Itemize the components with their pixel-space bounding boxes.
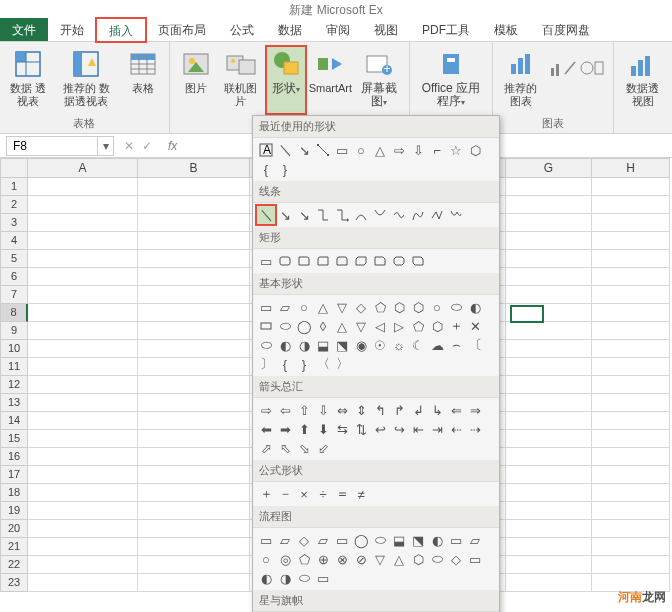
shape-curve-3[interactable]	[390, 206, 408, 224]
tab-formula[interactable]: 公式	[218, 18, 266, 41]
shape-basic-shapes-37[interactable]: {	[276, 355, 294, 373]
cell[interactable]	[592, 430, 670, 448]
shape-flowchart-shapes-23[interactable]: ▭	[466, 550, 484, 568]
shape-basic-shapes-20[interactable]: ⬠	[409, 317, 427, 335]
cell[interactable]	[138, 466, 250, 484]
row-header[interactable]: 23	[0, 574, 28, 592]
shape-r5[interactable]	[333, 252, 351, 270]
shape-basic-shapes-29[interactable]: ◉	[352, 336, 370, 354]
cell[interactable]	[138, 394, 250, 412]
cell[interactable]	[28, 358, 138, 376]
shape-arrow-shapes-18[interactable]: ↩	[371, 420, 389, 438]
cell[interactable]	[138, 322, 250, 340]
cell[interactable]	[506, 340, 592, 358]
cancel-icon[interactable]: ✕	[124, 139, 134, 153]
tab-home[interactable]: 开始	[48, 18, 96, 41]
cell[interactable]	[506, 358, 592, 376]
cell[interactable]	[506, 412, 592, 430]
cell[interactable]	[592, 250, 670, 268]
cell[interactable]	[506, 430, 592, 448]
shape-arrow-shapes-24[interactable]: ⬀	[257, 439, 275, 457]
tab-layout[interactable]: 页面布局	[146, 18, 218, 41]
shape-basic-shapes-25[interactable]: ◐	[276, 336, 294, 354]
tab-insert[interactable]: 插入	[96, 18, 146, 42]
shape-basic-shapes-22[interactable]: ＋	[447, 317, 465, 335]
shape-line-basic[interactable]: ＼	[257, 206, 275, 224]
rec-charts-button[interactable]: 推荐的 图表	[499, 46, 543, 114]
shape-rect[interactable]: ▭	[333, 141, 351, 159]
shape-arrow-shapes-26[interactable]: ⬂	[295, 439, 313, 457]
shape-arrow-shapes-15[interactable]: ⬇	[314, 420, 332, 438]
shape-basic-shapes-24[interactable]: ⬭	[257, 336, 275, 354]
shape-r7[interactable]	[371, 252, 389, 270]
shape-flowchart-shapes-15[interactable]: ⊕	[314, 550, 332, 568]
tab-data[interactable]: 数据	[266, 18, 314, 41]
shape-basic-shapes-15[interactable]: ◊	[314, 317, 332, 335]
shape-r6[interactable]	[352, 252, 370, 270]
shape-flowchart-shapes-13[interactable]: ◎	[276, 550, 294, 568]
shape-basic-shapes-3[interactable]: △	[314, 298, 332, 316]
shape-flowchart-shapes-16[interactable]: ⊗	[333, 550, 351, 568]
cell[interactable]	[138, 214, 250, 232]
cell[interactable]	[506, 232, 592, 250]
col-header-G[interactable]: G	[506, 158, 592, 178]
screenshot-button[interactable]: + 屏幕截图▾	[355, 46, 403, 114]
tab-review[interactable]: 审阅	[314, 18, 362, 41]
cell[interactable]	[138, 556, 250, 574]
shape-arrow-shapes-14[interactable]: ⬆	[295, 420, 313, 438]
shape-arrow-shapes-8[interactable]: ↲	[409, 401, 427, 419]
shape-divide[interactable]: ÷	[314, 485, 332, 503]
cell[interactable]	[592, 268, 670, 286]
shape-basic-shapes-33[interactable]: ☁	[428, 336, 446, 354]
shape-flowchart-shapes-21[interactable]: ⬭	[428, 550, 446, 568]
cell[interactable]	[592, 178, 670, 196]
cell[interactable]	[28, 376, 138, 394]
shape-flowchart-shapes-10[interactable]: ▭	[447, 531, 465, 549]
recommended-pivot-button[interactable]: 推荐的 数据透视表	[54, 46, 119, 114]
shape-basic-shapes-0[interactable]: ▭	[257, 298, 275, 316]
cell[interactable]	[138, 286, 250, 304]
shape-basic-shapes-9[interactable]: ○	[428, 298, 446, 316]
cell[interactable]	[506, 196, 592, 214]
cell[interactable]	[592, 322, 670, 340]
fx-icon[interactable]: fx	[162, 139, 183, 153]
row-header[interactable]: 9	[0, 322, 28, 340]
shape-flowchart-shapes-5[interactable]: ◯	[352, 531, 370, 549]
row-header[interactable]: 3	[0, 214, 28, 232]
cell[interactable]	[506, 394, 592, 412]
shape-multiply[interactable]: ×	[295, 485, 313, 503]
cell[interactable]	[28, 430, 138, 448]
shape-basic-shapes-7[interactable]: ⬡	[390, 298, 408, 316]
cell[interactable]	[138, 538, 250, 556]
shape-basic-shapes-8[interactable]: ⬡	[409, 298, 427, 316]
cell[interactable]	[506, 376, 592, 394]
tab-pdf[interactable]: PDF工具	[410, 18, 482, 41]
tab-file[interactable]: 文件	[0, 18, 48, 41]
enter-icon[interactable]: ✓	[142, 139, 152, 153]
cell[interactable]	[28, 196, 138, 214]
cell[interactable]	[592, 538, 670, 556]
shape-arrow-shapes-21[interactable]: ⇥	[428, 420, 446, 438]
shape-flowchart-shapes-14[interactable]: ⬠	[295, 550, 313, 568]
cell[interactable]	[138, 430, 250, 448]
tab-template[interactable]: 模板	[482, 18, 530, 41]
cell[interactable]	[28, 268, 138, 286]
cell[interactable]	[592, 214, 670, 232]
shape-arrow-shapes-6[interactable]: ↰	[371, 401, 389, 419]
cell[interactable]	[138, 178, 250, 196]
cell[interactable]	[506, 520, 592, 538]
name-box[interactable]: F8	[6, 136, 98, 156]
shape-r8[interactable]	[390, 252, 408, 270]
row-header[interactable]: 2	[0, 196, 28, 214]
shape-r4[interactable]	[314, 252, 332, 270]
cell[interactable]	[592, 502, 670, 520]
shape-minus[interactable]: －	[276, 485, 294, 503]
shape-arrow-shapes-7[interactable]: ↱	[390, 401, 408, 419]
shape-flowchart-shapes-22[interactable]: ◇	[447, 550, 465, 568]
shape-basic-shapes-31[interactable]: ☼	[390, 336, 408, 354]
cell[interactable]	[138, 358, 250, 376]
cell[interactable]	[506, 538, 592, 556]
shape-basic-shapes-1[interactable]: ▱	[276, 298, 294, 316]
shape-plus[interactable]: ＋	[257, 485, 275, 503]
row-header[interactable]: 15	[0, 430, 28, 448]
